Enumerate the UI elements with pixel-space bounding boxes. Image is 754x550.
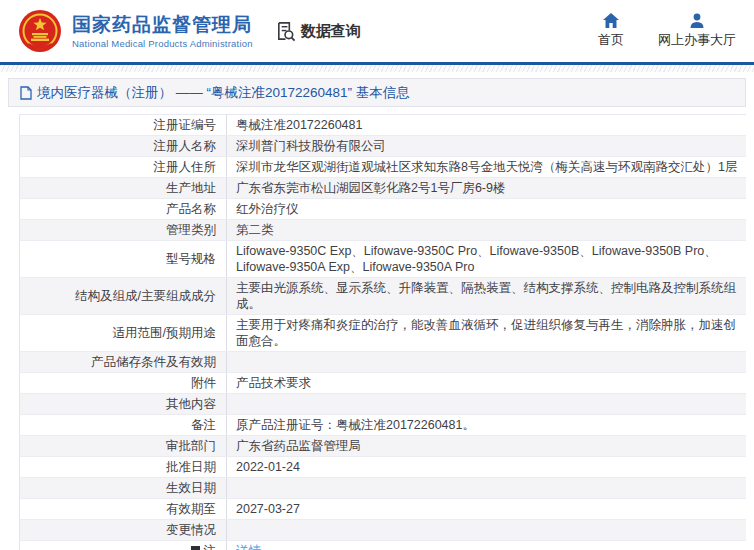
user-icon <box>689 13 705 28</box>
table-row: 变更情况 <box>20 520 747 541</box>
home-icon <box>603 13 619 28</box>
field-label: 产品储存条件及有效期 <box>20 352 227 373</box>
table-row: 结构及组成/主要组成成分 主要由光源系统、显示系统、升降装置、隔热装置、结构支撑… <box>20 278 747 315</box>
table-row: 型号规格 Lifowave-9350C Exp、Lifowave-9350C P… <box>20 241 747 278</box>
table-row: 注册人住所 深圳市龙华区观湖街道观城社区求知东路8号金地天悦湾（梅关高速与环观南… <box>20 157 747 178</box>
field-label: 变更情况 <box>20 520 227 541</box>
field-value: 产品技术要求 <box>227 373 747 394</box>
field-label: 生效日期 <box>20 478 227 499</box>
site-header: 国家药品监督管理局 National Medical Products Admi… <box>0 0 754 62</box>
field-value <box>227 478 747 499</box>
table-row: 管理类别 第二类 <box>20 220 747 241</box>
table-row: 备注 原产品注册证号：粤械注准20172260481。 <box>20 415 747 436</box>
field-value <box>227 352 747 373</box>
field-value: 详情 <box>227 541 747 550</box>
field-label: 附件 <box>20 373 227 394</box>
field-label: 备注 <box>20 415 227 436</box>
field-label: 注册人名称 <box>20 136 227 157</box>
table-row: 附件 产品技术要求 <box>20 373 747 394</box>
field-value: 2027-03-27 <box>227 499 747 520</box>
field-label: 有效期至 <box>20 499 227 520</box>
table-row-note: 注 详情 <box>20 541 747 550</box>
field-value: 广东省东莞市松山湖园区彰化路2号1号厂房6-9楼 <box>227 178 747 199</box>
field-value: 深圳市龙华区观湖街道观城社区求知东路8号金地天悦湾（梅关高速与环观南路交汇处）1… <box>227 157 747 178</box>
national-emblem-icon <box>18 9 62 53</box>
note-label: 注 <box>204 544 217 550</box>
nav-home[interactable]: 首页 <box>598 13 624 49</box>
field-label: 注册证编号 <box>20 115 227 136</box>
field-label: 其他内容 <box>20 394 227 415</box>
field-value: Lifowave-9350C Exp、Lifowave-9350C Pro、Li… <box>227 241 747 278</box>
field-label: 生产地址 <box>20 178 227 199</box>
table-row: 生产地址 广东省东莞市松山湖园区彰化路2号1号厂房6-9楼 <box>20 178 747 199</box>
field-value: 原产品注册证号：粤械注准20172260481。 <box>227 415 747 436</box>
registration-info-table: 注册证编号 粤械注准20172260481 注册人名称 深圳普门科技股份有限公司… <box>19 114 746 550</box>
field-value: 第二类 <box>227 220 747 241</box>
table-row: 审批部门 广东省药品监督管理局 <box>20 436 747 457</box>
table-row: 批准日期 2022-01-24 <box>20 457 747 478</box>
page-title: 境内医疗器械（注册） —— “粤械注准20172260481” 基本信息 <box>37 84 410 102</box>
table-row: 生效日期 <box>20 478 747 499</box>
field-label: 型号规格 <box>20 241 227 278</box>
data-query-button[interactable]: 数据查询 <box>275 21 361 42</box>
nav-service-hall-label: 网上办事大厅 <box>658 31 736 49</box>
field-value: 主要由光源系统、显示系统、升降装置、隔热装置、结构支撑系统、控制电路及控制系统组… <box>227 278 747 315</box>
field-value: 粤械注准20172260481 <box>227 115 747 136</box>
field-label: 结构及组成/主要组成成分 <box>20 278 227 315</box>
hatch-strip <box>0 65 754 72</box>
data-query-icon <box>275 21 296 42</box>
nav-home-label: 首页 <box>598 31 624 49</box>
table-row: 产品储存条件及有效期 <box>20 352 747 373</box>
page-title-bar: 境内医疗器械（注册） —— “粤械注准20172260481” 基本信息 <box>8 78 746 107</box>
field-label: 产品名称 <box>20 199 227 220</box>
field-label: 审批部门 <box>20 436 227 457</box>
field-value <box>227 520 747 541</box>
site-title: 国家药品监督管理局 <box>72 14 253 36</box>
table-row: 注册证编号 粤械注准20172260481 <box>20 115 747 136</box>
table-row: 其他内容 <box>20 394 747 415</box>
field-value <box>227 394 747 415</box>
site-subtitle: National Medical Products Administration <box>72 38 253 49</box>
field-label: 管理类别 <box>20 220 227 241</box>
table-row: 产品名称 红外治疗仪 <box>20 199 747 220</box>
details-link[interactable]: 详情 <box>236 544 261 550</box>
field-value: 2022-01-24 <box>227 457 747 478</box>
field-value: 深圳普门科技股份有限公司 <box>227 136 747 157</box>
document-icon <box>20 86 32 100</box>
note-bubble-icon <box>190 545 201 550</box>
table-row: 注册人名称 深圳普门科技股份有限公司 <box>20 136 747 157</box>
nav-service-hall[interactable]: 网上办事大厅 <box>658 13 736 49</box>
field-value: 主要用于对疼痛和炎症的治疗，能改善血液循环，促进组织修复与再生，消除肿胀，加速创… <box>227 315 747 352</box>
table-row: 适用范围/预期用途 主要用于对疼痛和炎症的治疗，能改善血液循环，促进组织修复与再… <box>20 315 747 352</box>
field-value: 红外治疗仪 <box>227 199 747 220</box>
field-label: 批准日期 <box>20 457 227 478</box>
brand-titles: 国家药品监督管理局 National Medical Products Admi… <box>72 14 253 49</box>
field-label: 注 <box>20 541 227 550</box>
header-nav: 首页 网上办事大厅 <box>598 13 736 49</box>
table-row: 有效期至 2027-03-27 <box>20 499 747 520</box>
data-query-label: 数据查询 <box>301 22 361 41</box>
field-value: 广东省药品监督管理局 <box>227 436 747 457</box>
field-label: 注册人住所 <box>20 157 227 178</box>
field-label: 适用范围/预期用途 <box>20 315 227 352</box>
